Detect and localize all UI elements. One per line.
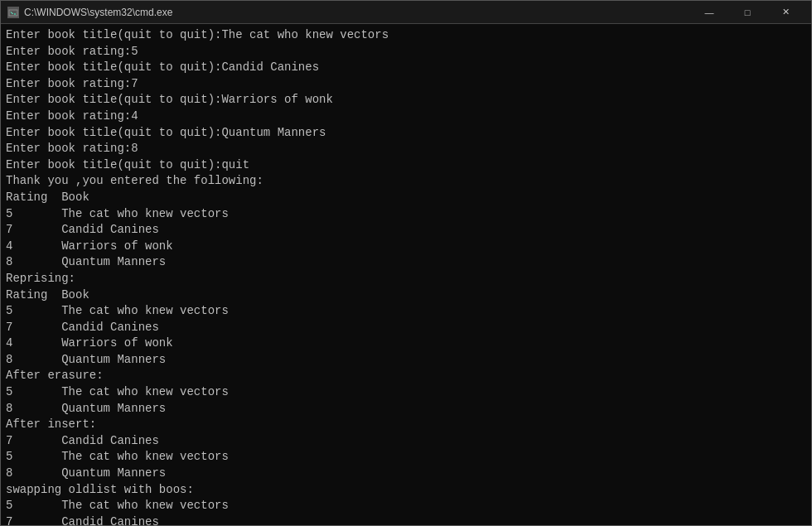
svg-rect-0 — [9, 10, 17, 16]
console-line: 8 Quantum Manners — [6, 401, 806, 417]
console-line: Enter book title(quit to quit):Warriors … — [6, 92, 806, 109]
window-title: C:\WINDOWS\system32\cmd.exe — [24, 7, 172, 18]
console-line: 8 Quantum Manners — [6, 466, 806, 482]
console-line: Thank you ,you entered the following: — [6, 173, 806, 190]
cmd-window: C:\WINDOWS\system32\cmd.exe — □ ✕ Enter … — [0, 0, 812, 526]
console-line: After insert: — [6, 417, 806, 433]
title-bar: C:\WINDOWS\system32\cmd.exe — □ ✕ — [1, 1, 811, 24]
close-button[interactable]: ✕ — [766, 1, 805, 24]
console-line: 5 The cat who knew vectors — [6, 384, 806, 401]
console-line: 7 Candid Canines — [6, 514, 806, 525]
console-line: Enter book title(quit to quit):The cat w… — [6, 27, 806, 44]
console-line: Enter book rating:4 — [6, 109, 806, 125]
console-line: Enter book title(quit to quit):Candid Ca… — [6, 60, 806, 76]
console-line: 5 The cat who knew vectors — [6, 449, 806, 466]
title-bar-controls: — □ ✕ — [690, 1, 805, 24]
console-line: Reprising: — [6, 271, 806, 287]
console-line: 4 Warriors of wonk — [6, 335, 806, 352]
console-line: Enter book rating:7 — [6, 76, 806, 93]
minimize-button[interactable]: — — [690, 1, 728, 24]
console-line: 4 Warriors of wonk — [6, 239, 806, 255]
console-line: 7 Candid Canines — [6, 222, 806, 239]
console-line: 5 The cat who knew vectors — [6, 206, 806, 223]
console-line: Enter book title(quit to quit):quit — [6, 157, 806, 174]
console-line: 8 Quantum Manners — [6, 352, 806, 369]
console-line: 5 The cat who knew vectors — [6, 498, 806, 514]
console-line: 5 The cat who knew vectors — [6, 303, 806, 320]
console-line: Rating Book — [6, 287, 806, 304]
console-line: Enter book title(quit to quit):Quantum M… — [6, 125, 806, 142]
console-line: Enter book rating:5 — [6, 44, 806, 60]
cmd-icon — [7, 7, 19, 18]
console-line: Rating Book — [6, 190, 806, 206]
console-line: swapping oldlist with boos: — [6, 482, 806, 499]
console-output: Enter book title(quit to quit):The cat w… — [1, 24, 811, 525]
console-line: Enter book rating:8 — [6, 141, 806, 157]
console-line: 7 Candid Canines — [6, 320, 806, 336]
maximize-button[interactable]: □ — [728, 1, 766, 24]
title-bar-left: C:\WINDOWS\system32\cmd.exe — [7, 7, 172, 18]
console-line: 8 Quantum Manners — [6, 254, 806, 271]
console-line: After erasure: — [6, 368, 806, 384]
console-line: 7 Candid Canines — [6, 433, 806, 450]
